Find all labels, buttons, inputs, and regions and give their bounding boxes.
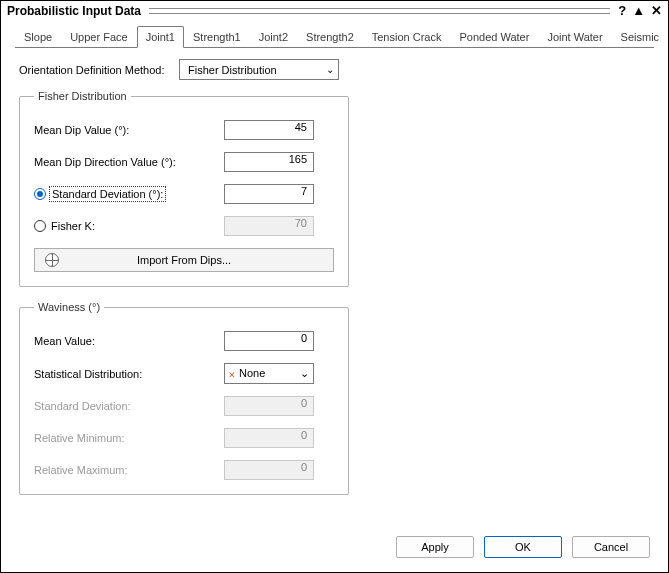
chevron-down-icon: ⌄ bbox=[300, 367, 309, 380]
tab-seismic[interactable]: Seismic bbox=[612, 26, 669, 48]
waviness-dist-select[interactable]: ⨉None ⌄ bbox=[224, 363, 314, 384]
apply-button[interactable]: Apply bbox=[396, 536, 474, 558]
import-from-dips-label: Import From Dips... bbox=[137, 254, 231, 266]
chevron-down-icon: ⌄ bbox=[326, 64, 334, 75]
help-icon[interactable]: ? bbox=[618, 3, 626, 18]
fisher-k-label: Fisher K: bbox=[51, 220, 95, 232]
tab-underline bbox=[15, 47, 654, 48]
waviness-std-label: Standard Deviation: bbox=[34, 400, 224, 412]
std-dev-input[interactable]: 7 bbox=[224, 184, 314, 204]
std-dev-radio-row[interactable]: Standard Deviation (°): bbox=[34, 188, 224, 200]
fisher-k-radio[interactable] bbox=[34, 220, 46, 232]
tab-strip: Slope Upper Face Joint1 Strength1 Joint2… bbox=[1, 20, 668, 48]
titlebar: Probabilistic Input Data ? ▲ ✕ bbox=[1, 1, 668, 20]
tab-strength1[interactable]: Strength1 bbox=[184, 26, 250, 48]
waviness-relmin-label: Relative Minimum: bbox=[34, 432, 224, 444]
cancel-button[interactable]: Cancel bbox=[572, 536, 650, 558]
waviness-dist-label: Statistical Distribution: bbox=[34, 368, 224, 380]
waviness-mean-input[interactable]: 0 bbox=[224, 331, 314, 351]
waviness-dist-value: None bbox=[239, 367, 265, 379]
close-icon[interactable]: ✕ bbox=[651, 3, 662, 18]
mean-dip-input[interactable]: 45 bbox=[224, 120, 314, 140]
tab-tension-crack[interactable]: Tension Crack bbox=[363, 26, 451, 48]
orientation-method-value: Fisher Distribution bbox=[188, 64, 277, 76]
stereonet-icon bbox=[45, 253, 59, 267]
mean-dip-dir-label: Mean Dip Direction Value (°): bbox=[34, 156, 224, 168]
dialog-window: Probabilistic Input Data ? ▲ ✕ Slope Upp… bbox=[0, 0, 669, 573]
waviness-std-input: 0 bbox=[224, 396, 314, 416]
tab-ponded-water[interactable]: Ponded Water bbox=[450, 26, 538, 48]
fisher-group: Fisher Distribution Mean Dip Value (°): … bbox=[19, 90, 349, 287]
mean-dip-dir-input[interactable]: 165 bbox=[224, 152, 314, 172]
orientation-method-select[interactable]: Fisher Distribution ⌄ bbox=[179, 59, 339, 80]
waviness-relmax-label: Relative Maximum: bbox=[34, 464, 224, 476]
waviness-legend: Waviness (°) bbox=[34, 301, 104, 313]
tab-slope[interactable]: Slope bbox=[15, 26, 61, 48]
waviness-relmin-input: 0 bbox=[224, 428, 314, 448]
titlebar-separator bbox=[149, 8, 610, 14]
ok-button[interactable]: OK bbox=[484, 536, 562, 558]
std-dev-label: Standard Deviation (°): bbox=[51, 188, 164, 200]
none-dist-icon: ⨉ bbox=[229, 368, 235, 379]
tab-joint1[interactable]: Joint1 bbox=[137, 26, 184, 48]
window-title: Probabilistic Input Data bbox=[7, 4, 141, 18]
fisher-legend: Fisher Distribution bbox=[34, 90, 131, 102]
fisher-k-radio-row[interactable]: Fisher K: bbox=[34, 220, 224, 232]
dialog-button-row: Apply OK Cancel bbox=[396, 536, 650, 558]
tab-joint2[interactable]: Joint2 bbox=[250, 26, 297, 48]
mean-dip-label: Mean Dip Value (°): bbox=[34, 124, 224, 136]
maximize-icon[interactable]: ▲ bbox=[632, 3, 645, 18]
tab-upper-face[interactable]: Upper Face bbox=[61, 26, 136, 48]
import-from-dips-button[interactable]: Import From Dips... bbox=[34, 248, 334, 272]
waviness-group: Waviness (°) Mean Value: 0 Statistical D… bbox=[19, 301, 349, 495]
fisher-k-input: 70 bbox=[224, 216, 314, 236]
tab-joint-water[interactable]: Joint Water bbox=[538, 26, 611, 48]
orientation-method-label: Orientation Definition Method: bbox=[19, 64, 179, 76]
std-dev-radio[interactable] bbox=[34, 188, 46, 200]
waviness-relmax-input: 0 bbox=[224, 460, 314, 480]
tab-panel: Orientation Definition Method: Fisher Di… bbox=[1, 49, 668, 519]
tab-strength2[interactable]: Strength2 bbox=[297, 26, 363, 48]
waviness-mean-label: Mean Value: bbox=[34, 335, 224, 347]
